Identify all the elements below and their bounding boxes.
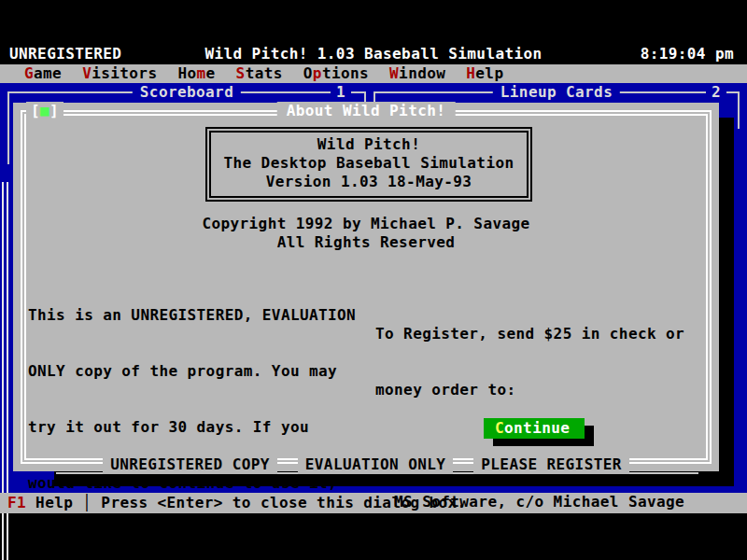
dialog-footer: UNREGISTERED COPY EVALUATION ONLY PLEASE… — [13, 455, 719, 474]
program-name: Wild Pitch! — [205, 135, 532, 154]
about-dialog: [■] About Wild Pitch! Wild Pitch! The De… — [13, 103, 719, 471]
menu-item-options[interactable]: Options — [303, 64, 369, 83]
footer-evaluation: EVALUATION ONLY — [298, 455, 454, 474]
scoreboard-frame-left — [7, 91, 9, 164]
app-titlebar: UNREGISTERED Wild Pitch! 1.03 Baseball S… — [0, 47, 747, 64]
menu-bar: Game Visitors Home Stats Options Window … — [0, 64, 747, 83]
window-scoreboard-title: Scoreboard — [133, 83, 241, 102]
window-scoreboard-number: 1 — [331, 83, 351, 102]
close-icon: ■ — [40, 102, 49, 119]
program-version: Version 1.03 18-May-93 — [205, 173, 532, 191]
window-scoreboard-titlebar[interactable]: Scoreboard 1 — [7, 83, 366, 102]
window-lineup-titlebar[interactable]: Lineup Cards 2 — [374, 83, 740, 102]
window-lineup-title: Lineup Cards — [493, 83, 620, 102]
f1-help-key[interactable]: F1 — [7, 494, 26, 512]
menu-item-visitors[interactable]: Visitors — [82, 64, 157, 83]
menu-item-help[interactable]: Help — [466, 64, 503, 83]
lineup-frame-right — [738, 91, 740, 129]
menu-item-home[interactable]: Home — [177, 64, 215, 83]
menu-item-stats[interactable]: Stats — [236, 64, 283, 83]
menu-item-window[interactable]: Window — [389, 64, 445, 83]
desktop: Scoreboard 1 Lineup Cards 2 [■] About Wi… — [0, 83, 747, 493]
menu-item-game[interactable]: Game — [24, 64, 62, 83]
evaluation-notice: This is an UNREGISTERED, EVALUATION ONLY… — [28, 269, 356, 560]
window-lineup-number: 2 — [706, 83, 726, 102]
dialog-title: About Wild Pitch! — [277, 102, 456, 120]
clock: 8:19:04 pm — [641, 45, 734, 63]
dialog-shadow — [719, 118, 734, 486]
footer-unregistered: UNREGISTERED COPY — [103, 455, 277, 474]
close-button[interactable]: [■] — [26, 102, 63, 120]
program-subtitle: The Desktop Baseball Simulation — [205, 154, 532, 173]
dos-screen: UNREGISTERED Wild Pitch! 1.03 Baseball S… — [0, 0, 747, 560]
version-box: Wild Pitch! The Desktop Baseball Simulat… — [205, 127, 532, 202]
continue-button[interactable]: Continue — [484, 418, 585, 439]
app-title: Wild Pitch! 1.03 Baseball Simulation — [0, 45, 747, 63]
copyright-text: Copyright 1992 by Michael P. Savage All … — [13, 215, 719, 252]
footer-register: PLEASE REGISTER — [473, 455, 629, 474]
